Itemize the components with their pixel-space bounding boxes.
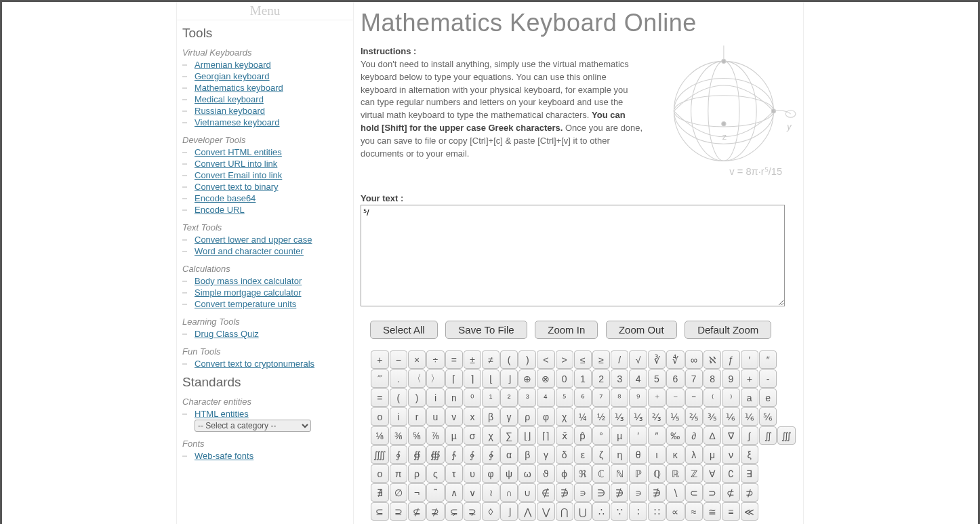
sidebar-link[interactable]: Georgian keyboard (195, 71, 270, 81)
key[interactable]: ) (518, 350, 536, 369)
key[interactable]: ∄ (371, 483, 389, 502)
save-to-file-button[interactable]: Save To File (445, 321, 527, 339)
key[interactable]: ⁰ (464, 388, 481, 407)
key[interactable]: − (390, 350, 407, 369)
key[interactable]: α (500, 445, 518, 464)
key[interactable]: ⅖ (685, 407, 703, 426)
key[interactable]: ∲ (464, 445, 481, 464)
select-all-button[interactable]: Select All (370, 321, 438, 339)
key[interactable]: ⅝ (408, 426, 426, 445)
key[interactable]: θ (629, 445, 647, 464)
key[interactable]: ο (371, 464, 389, 483)
key[interactable]: ⊄ (722, 483, 739, 502)
key[interactable]: x̄ (556, 426, 573, 445)
key[interactable]: ⁵ (556, 388, 573, 407)
sidebar-link[interactable]: Simple mortgage calculator (195, 287, 302, 298)
key[interactable]: ⊇ (390, 502, 407, 521)
key[interactable]: σ (464, 426, 481, 445)
key[interactable]: e (759, 388, 777, 407)
key[interactable]: ω (518, 464, 536, 483)
key[interactable]: + (741, 369, 758, 388)
sidebar-link[interactable]: Armenian keyboard (195, 60, 271, 70)
key[interactable]: φ (482, 464, 499, 483)
key[interactable]: μ (703, 445, 721, 464)
key[interactable]: ∜ (666, 350, 684, 369)
key[interactable]: ⊕ (518, 369, 536, 388)
key[interactable]: ⌈ (445, 369, 463, 388)
key[interactable]: ( (500, 350, 518, 369)
sidebar-link[interactable]: Web-safe fonts (195, 451, 253, 461)
key[interactable]: ∞ (685, 350, 703, 369)
key[interactable]: ∵ (611, 502, 628, 521)
key[interactable]: ⅙ (722, 407, 739, 426)
key[interactable]: β (518, 445, 536, 464)
key[interactable]: η (611, 445, 628, 464)
key[interactable]: ⅛ (371, 426, 389, 445)
key[interactable]: ρ (518, 407, 536, 426)
key[interactable]: ∀ (703, 464, 721, 483)
key[interactable]: ψ (500, 464, 518, 483)
key[interactable]: ¬ (408, 483, 426, 502)
key[interactable]: ⋂ (556, 502, 573, 521)
key[interactable]: µ (445, 426, 463, 445)
key[interactable]: ¼ (574, 407, 592, 426)
sidebar-link[interactable]: Mathematics keyboard (195, 83, 283, 93)
key[interactable]: χ (556, 407, 573, 426)
key[interactable]: κ (666, 445, 684, 464)
key[interactable]: ⋀ (518, 502, 536, 521)
sidebar-link[interactable]: Convert HTML entities (195, 147, 282, 157)
key[interactable]: ⁽ (703, 388, 721, 407)
key[interactable]: ⌊ (482, 369, 499, 388)
key[interactable]: ≠ (482, 350, 499, 369)
key[interactable]: ℕ (611, 464, 628, 483)
key[interactable]: n (445, 388, 463, 407)
key[interactable]: ∳ (482, 445, 499, 464)
key[interactable]: 2 (592, 369, 610, 388)
key[interactable]: ) (408, 388, 426, 407)
key[interactable]: ⊈ (408, 502, 426, 521)
key[interactable]: ⋃ (574, 502, 592, 521)
key[interactable]: ⊋ (464, 502, 481, 521)
key[interactable]: ◊ (482, 502, 499, 521)
key[interactable]: 3 (611, 369, 628, 388)
key[interactable]: ⊃ (703, 483, 721, 502)
key[interactable]: ⁷ (592, 388, 610, 407)
key[interactable]: λ (685, 445, 703, 464)
key[interactable]: ⅜ (390, 426, 407, 445)
key[interactable]: ℜ (574, 464, 592, 483)
key[interactable]: v (445, 407, 463, 426)
key[interactable]: ³ (518, 388, 536, 407)
key[interactable]: ∅ (390, 483, 407, 502)
key[interactable]: ∶ (629, 502, 647, 521)
key[interactable]: ± (464, 350, 481, 369)
key[interactable]: ∩ (500, 483, 518, 502)
key[interactable]: ⋁ (537, 502, 554, 521)
key[interactable]: ζ (592, 445, 610, 464)
key[interactable]: ϑ (537, 464, 554, 483)
key[interactable]: 〈 (408, 369, 426, 388)
key[interactable]: ∴ (592, 502, 610, 521)
key[interactable]: ⊗ (537, 369, 554, 388)
key[interactable]: ς (426, 464, 444, 483)
key[interactable]: ∫ (741, 426, 758, 445)
key[interactable]: ≡ (722, 502, 739, 521)
key[interactable]: φ (537, 407, 554, 426)
key[interactable]: ∛ (648, 350, 666, 369)
key[interactable]: ⊊ (445, 502, 463, 521)
key[interactable]: ″ (648, 426, 666, 445)
key[interactable]: ⊅ (741, 483, 758, 502)
zoom-out-button[interactable]: Zoom Out (606, 321, 677, 339)
key[interactable]: µ (611, 426, 628, 445)
key[interactable]: ≥ (592, 350, 610, 369)
key[interactable]: ℝ (666, 464, 684, 483)
sidebar-link[interactable]: Vietnamese keyboard (195, 117, 280, 127)
sidebar-link[interactable]: Encode URL (195, 205, 245, 215)
key[interactable]: ∌ (611, 483, 628, 502)
key[interactable]: ℵ (703, 350, 721, 369)
key[interactable]: ⅔ (648, 407, 666, 426)
key[interactable]: ⌋ (500, 369, 518, 388)
key[interactable]: ∱ (445, 445, 463, 464)
key[interactable]: ∍ (629, 483, 647, 502)
key[interactable]: ∷ (648, 502, 666, 521)
key[interactable]: = (445, 350, 463, 369)
